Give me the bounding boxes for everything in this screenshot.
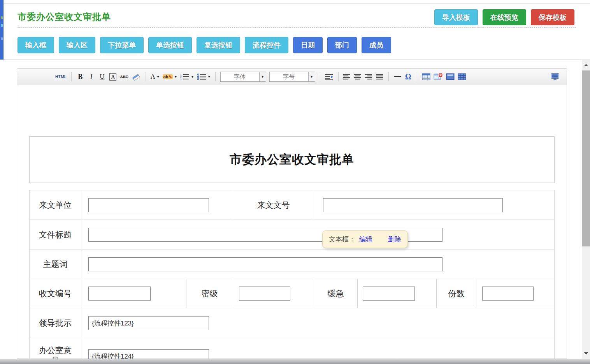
- button-流程控件[interactable]: 流程控件: [245, 37, 288, 53]
- field-label: 主题词: [30, 250, 81, 279]
- cell-properties-icon[interactable]: [457, 72, 467, 82]
- text-input[interactable]: [323, 198, 503, 212]
- underline-icon[interactable]: U: [97, 72, 107, 82]
- font-family-select[interactable]: 字体▼: [220, 72, 266, 82]
- button-在线预览[interactable]: 在线预览: [483, 9, 526, 25]
- scrollbar-thumb[interactable]: [582, 70, 590, 246]
- table-row: 主题词: [30, 250, 554, 279]
- field-label-text: 来文单位: [39, 200, 72, 211]
- strikethrough-icon[interactable]: ABC: [119, 72, 129, 82]
- special-char-icon[interactable]: Ω: [404, 72, 413, 82]
- chevron-down-icon[interactable]: ▼: [259, 72, 266, 81]
- font-color-icon[interactable]: A▼: [150, 72, 160, 82]
- text-input[interactable]: [88, 287, 151, 301]
- html-source-icon[interactable]: HTML: [54, 72, 67, 82]
- edit-link[interactable]: 编辑: [359, 235, 372, 244]
- field-label: 办公室意见: [30, 338, 81, 359]
- field-label: 份数: [436, 279, 476, 308]
- font-color-icon-glyph: A: [151, 73, 155, 81]
- text-input[interactable]: [482, 287, 534, 301]
- html-source-icon-glyph: HTML: [55, 75, 67, 79]
- chevron-down-icon[interactable]: ▼: [174, 76, 177, 78]
- field-label-text: 文件标题: [39, 229, 72, 240]
- table-row: 领导批示: [30, 308, 554, 338]
- button-成员[interactable]: 成员: [362, 37, 391, 53]
- toolbar-separator: [388, 72, 389, 81]
- field-label-text: 份数: [448, 288, 465, 299]
- font-size-select[interactable]: 字号▼: [269, 72, 315, 82]
- field-cell: [81, 190, 233, 220]
- text-input[interactable]: [363, 287, 415, 301]
- align-left-icon[interactable]: [342, 72, 352, 82]
- component-palette: 输入框输入区下拉菜单单选按钮复选按钮流程控件日期部门成员: [18, 37, 391, 53]
- field-label: 收文编号: [30, 279, 81, 308]
- vertical-scrollbar[interactable]: [582, 60, 590, 359]
- button-导入模板[interactable]: 导入模板: [434, 9, 478, 25]
- button-保存模板[interactable]: 保存模板: [531, 9, 574, 25]
- field-cell: [314, 190, 554, 220]
- boxed-a-icon-glyph: A: [109, 73, 116, 81]
- button-输入框[interactable]: 输入框: [18, 37, 54, 53]
- chevron-down-icon[interactable]: ▼: [191, 76, 194, 78]
- font-size-select-value: 字号: [270, 72, 308, 81]
- field-label: 文件标题: [30, 220, 81, 250]
- field-cell: [81, 308, 554, 338]
- delete-link[interactable]: 删除: [388, 235, 401, 244]
- edge-fragment: [1, 37, 3, 40]
- button-复选按钮[interactable]: 复选按钮: [197, 37, 240, 53]
- field-cell: [81, 279, 186, 308]
- editor-toolbar: HTMLBIUAABCA▼ab✎▼123▼▼字体▼字号▼Ω: [17, 69, 567, 85]
- align-center-icon[interactable]: [353, 72, 363, 82]
- highlight-color-icon[interactable]: ab✎▼: [162, 72, 178, 82]
- toolbar-separator: [146, 72, 146, 81]
- toolbar-separator: [338, 72, 339, 81]
- delete-table-icon[interactable]: [433, 72, 444, 82]
- scrollbar-up-button[interactable]: [582, 60, 590, 70]
- button-部门[interactable]: 部门: [327, 37, 357, 53]
- text-input[interactable]: [88, 257, 442, 271]
- field-cell: [81, 338, 554, 359]
- insert-table-icon[interactable]: [421, 72, 431, 82]
- editor-document[interactable]: 市委办公室收文审批单 来文单位来文文号文件标题主题词收文编号密级缓急份数领导批示…: [17, 86, 567, 359]
- field-label-text: 来文文号: [257, 200, 290, 211]
- underline-icon-glyph: U: [100, 73, 104, 81]
- field-label-text: 缓急: [328, 288, 344, 299]
- document-title-box[interactable]: 市委办公室收文审批单: [29, 136, 555, 183]
- eraser-icon[interactable]: [131, 72, 142, 82]
- svg-text:3: 3: [180, 78, 182, 80]
- field-label-text: 办公室意见: [37, 345, 73, 359]
- table-row: 来文单位来文文号: [30, 190, 554, 220]
- bold-icon-glyph: B: [78, 73, 83, 81]
- field-cell: [476, 279, 554, 308]
- align-justify-icon[interactable]: [375, 72, 385, 82]
- button-下拉菜单[interactable]: 下拉菜单: [100, 37, 144, 53]
- horizontal-rule-icon[interactable]: [393, 72, 402, 82]
- unordered-list-icon[interactable]: ▼: [196, 72, 211, 82]
- scrollbar-down-button[interactable]: [582, 349, 590, 358]
- ordered-list-icon[interactable]: 123▼: [179, 72, 195, 82]
- bold-icon[interactable]: B: [76, 72, 85, 82]
- up-arrow-icon: [584, 64, 588, 66]
- table-row: 办公室意见: [30, 338, 554, 359]
- strikethrough-icon-glyph: ABC: [120, 75, 128, 79]
- text-input[interactable]: [239, 287, 290, 301]
- field-label-text: 主题词: [43, 259, 68, 270]
- button-输入区[interactable]: 输入区: [59, 37, 95, 53]
- align-right-icon[interactable]: [364, 72, 374, 82]
- field-label-text: 领导批示: [39, 318, 72, 329]
- italic-icon[interactable]: I: [86, 72, 96, 82]
- process-control-input[interactable]: [88, 349, 209, 359]
- indent-icon[interactable]: [324, 72, 334, 82]
- chevron-down-icon[interactable]: ▼: [157, 76, 160, 78]
- chevron-down-icon[interactable]: ▼: [208, 76, 211, 78]
- table-properties-icon[interactable]: [445, 72, 455, 82]
- button-单选按钮[interactable]: 单选按钮: [148, 37, 192, 53]
- chevron-down-icon[interactable]: ▼: [308, 72, 315, 81]
- button-日期[interactable]: 日期: [293, 37, 323, 53]
- text-input[interactable]: [88, 198, 209, 212]
- process-control-input[interactable]: [88, 316, 209, 330]
- boxed-a-icon[interactable]: A: [108, 72, 118, 82]
- fullscreen-icon[interactable]: [550, 72, 560, 82]
- font-family-select-value: 字体: [221, 72, 259, 81]
- special-char-icon-glyph: Ω: [405, 72, 411, 81]
